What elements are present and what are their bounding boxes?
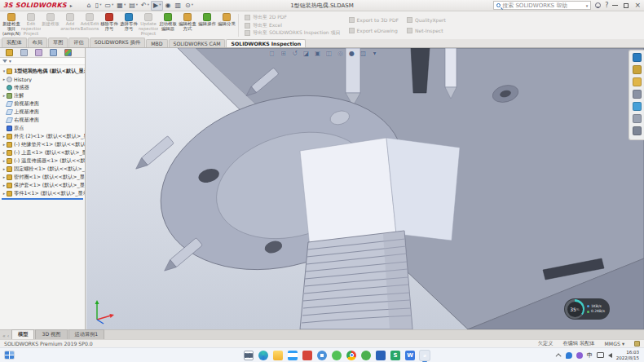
- browser-taskbar-icon[interactable]: [317, 351, 327, 360]
- cad-model[interactable]: [86, 48, 644, 329]
- search-taskbar-icon[interactable]: [229, 351, 239, 360]
- document-tab[interactable]: 3D 视图: [35, 329, 67, 339]
- document-tab[interactable]: 运动算例1: [68, 329, 105, 339]
- login-user-icon[interactable]: [595, 2, 601, 8]
- tree-item[interactable]: 前视基准面: [0, 99, 85, 108]
- select-button[interactable]: ▶▾: [151, 1, 163, 11]
- home-button[interactable]: ⌂: [86, 1, 94, 11]
- hidden-icons-chevron[interactable]: [555, 353, 561, 359]
- cad-app-taskbar-icon[interactable]: [376, 351, 386, 360]
- export-menu-item[interactable]: Export eDrawing: [349, 28, 399, 33]
- view-orientation-icon[interactable]: ▣: [313, 49, 322, 58]
- units-selector[interactable]: MMGS ▾: [605, 341, 624, 347]
- tag-icon[interactable]: [634, 341, 640, 347]
- ribbon-tab[interactable]: MBD: [146, 39, 167, 47]
- threaded-stud[interactable]: [300, 231, 412, 329]
- start-taskbar-icon[interactable]: [214, 351, 224, 360]
- minimize-button[interactable]: [612, 5, 618, 6]
- tree-item[interactable]: 原点: [0, 124, 85, 132]
- section-view-icon[interactable]: ◪: [302, 49, 311, 58]
- hide-show-items-icon[interactable]: ◎: [336, 49, 345, 58]
- tree-item[interactable]: 传感器: [0, 83, 85, 91]
- document-tab[interactable]: 模型: [11, 329, 34, 339]
- edit-inspection-project-button[interactable]: Edit Inspection Project: [21, 12, 41, 38]
- print-button[interactable]: ▤▾: [127, 1, 139, 11]
- export-menu-item[interactable]: QualityXpert: [407, 17, 446, 23]
- tray-app-icon[interactable]: [576, 352, 583, 359]
- add-characteristic-button[interactable]: Add Characteristic: [60, 12, 80, 38]
- wechat-taskbar-icon[interactable]: [332, 351, 342, 360]
- help-button[interactable]: ?: [605, 2, 608, 9]
- widgets-button[interactable]: [4, 351, 15, 360]
- tree-item[interactable]: ▾ 1型铠装热电偶 (默认<默认_显示状态-1: [0, 67, 85, 75]
- options-button[interactable]: ⊙▾: [183, 1, 195, 11]
- file-explorer-icon[interactable]: [633, 77, 642, 86]
- ribbon-tab[interactable]: 装配体: [2, 38, 27, 47]
- wps-taskbar-icon[interactable]: W: [405, 351, 415, 360]
- launch-template-editor-button[interactable]: 启动模板编辑器: [158, 12, 178, 38]
- tree-item[interactable]: ▸ (-) 温度传感器<1> (默认<<默认>_: [0, 157, 85, 165]
- volume-icon[interactable]: [608, 353, 612, 358]
- dimxpertmanager-tab-icon[interactable]: [50, 49, 57, 56]
- tree-item[interactable]: ▸ 外壳 (2)<1> (默认<<默认>_显示状: [0, 132, 85, 140]
- ribbon-tab[interactable]: SOLIDWORKS Inspection: [226, 39, 306, 47]
- menu-expand-icon[interactable]: ▸: [70, 2, 73, 8]
- edge-taskbar-icon[interactable]: [258, 351, 268, 360]
- rebuild-button[interactable]: ◉: [163, 1, 173, 11]
- save-button[interactable]: ▦▾: [115, 1, 127, 11]
- display-tray-icon[interactable]: [597, 352, 604, 358]
- ribbon-tab[interactable]: 布局: [28, 38, 47, 47]
- 360-browser-taskbar-icon[interactable]: [361, 351, 371, 360]
- tree-filter-row[interactable]: ▾: [0, 58, 85, 65]
- clock[interactable]: 16:03 2022/8/15: [616, 350, 639, 360]
- edit-operations-button[interactable]: 编辑操作: [197, 12, 217, 38]
- filter-dropdown-icon[interactable]: ▾: [9, 59, 11, 64]
- export-menu-item[interactable]: Net-Inspect: [407, 28, 446, 33]
- ribbon-tab[interactable]: SOLIDWORKS CAM: [169, 39, 226, 47]
- store-taskbar-icon[interactable]: [302, 351, 312, 360]
- solidworks-resources-icon[interactable]: [633, 53, 642, 62]
- appearances-scenes-icon[interactable]: [633, 102, 642, 111]
- open-button[interactable]: ▭▾: [104, 1, 116, 11]
- docs-s-taskbar-icon[interactable]: S: [390, 351, 400, 360]
- view-palette-icon[interactable]: [633, 90, 642, 99]
- pack-and-go-icon[interactable]: [633, 126, 642, 135]
- graphics-viewport[interactable]: ◻ ⊞ ↺ ◪ ▣ ◫ ◎ ● ▨ ▾: [86, 48, 644, 329]
- tree-item[interactable]: ▸ History: [0, 75, 85, 83]
- help-search-box[interactable]: 搜索 SOLIDWORKS 帮助 ▾: [493, 1, 591, 10]
- task-view-taskbar-icon[interactable]: [244, 351, 254, 360]
- center-block[interactable]: [300, 138, 460, 247]
- custom-properties-icon[interactable]: [633, 114, 642, 123]
- displaymanager-tab-icon[interactable]: [64, 49, 72, 56]
- export-menu-item[interactable]: 导出至 Excel: [245, 22, 341, 29]
- new-template-button[interactable]: 新建模板: [41, 12, 60, 38]
- tab-scroll-icon[interactable]: ‹: [7, 333, 9, 338]
- onedrive-icon[interactable]: [566, 352, 572, 359]
- search-dropdown-icon[interactable]: ▾: [586, 3, 589, 8]
- tree-item[interactable]: ▸ 注解: [0, 91, 85, 99]
- tree-item[interactable]: 右视基准面: [0, 116, 85, 124]
- add-edit-balloons-button[interactable]: Add/Edit Balloons: [80, 12, 99, 38]
- ime-language-indicator[interactable]: 中: [587, 351, 593, 360]
- tree-item[interactable]: ▸ 密封圈<1> (默认<<默认>_显示状: [0, 173, 85, 181]
- display-style-icon[interactable]: ◫: [324, 49, 333, 58]
- file-explorer-taskbar-icon[interactable]: [273, 351, 283, 360]
- edit-inspection-methods-button[interactable]: 编辑检查方式: [178, 12, 197, 38]
- display-settings-button[interactable]: ▥: [173, 1, 183, 11]
- solidworks-taskbar-icon[interactable]: ⌀: [420, 351, 430, 360]
- ribbon-tab[interactable]: SOLIDWORKS 插件: [90, 38, 145, 47]
- tree-item[interactable]: ▸ 固定螺栓<1> (默认<<默认>_显示: [0, 165, 85, 173]
- tree-item[interactable]: ▸ 保护套<1> (默认<<默认>_显示状: [0, 181, 85, 189]
- apply-scene-icon[interactable]: ▨: [359, 49, 368, 58]
- design-library-icon[interactable]: [633, 65, 642, 74]
- ribbon-tab[interactable]: 草图: [48, 38, 68, 47]
- chrome-taskbar-icon[interactable]: [346, 351, 356, 360]
- ribbon-tab[interactable]: 评估: [68, 38, 88, 47]
- export-menu-item[interactable]: Export to 3D PDF: [349, 17, 399, 23]
- export-menu-item[interactable]: 导出至 SOLIDWORKS Inspection 项目: [245, 29, 341, 37]
- export-menu-item[interactable]: 导出至 2D PDF: [245, 14, 341, 21]
- edit-appearance-icon[interactable]: ●: [347, 49, 356, 58]
- new-inspection-project-button[interactable]: 新建检查项目(amp;N): [2, 12, 21, 38]
- tree-item[interactable]: ▸ (-) 上盖<1> (默认<<默认>_显示状: [0, 148, 85, 157]
- restore-button[interactable]: [624, 3, 629, 8]
